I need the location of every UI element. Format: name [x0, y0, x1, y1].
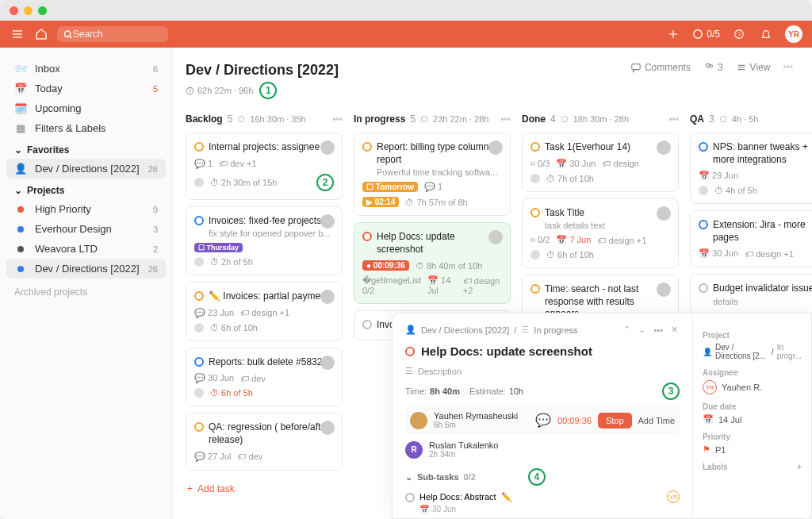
- breadcrumb-project[interactable]: Dev / Directions [2022]: [421, 325, 509, 335]
- task-card[interactable]: Invoices: fixed-fee projectsfix style fo…: [186, 206, 343, 276]
- task-card[interactable]: Internal projects: assignee💬 1🏷 dev +1⏱ …: [186, 133, 343, 200]
- task-card[interactable]: QA: regression ( before/after release)💬 …: [186, 413, 343, 470]
- help-icon[interactable]: ?: [731, 26, 747, 42]
- view-button[interactable]: View: [736, 62, 771, 73]
- task-card[interactable]: Extension: Jira - more pages📅 30 Jun🏷 de…: [690, 210, 812, 267]
- sidebar-project[interactable]: Dev / Directions [2022]26: [6, 259, 166, 279]
- svg-point-20: [720, 116, 726, 122]
- progress-indicator[interactable]: 0/5: [692, 29, 720, 40]
- archived-projects[interactable]: Archived projects: [6, 279, 166, 306]
- projects-header[interactable]: ⌄Projects: [6, 179, 166, 199]
- breadcrumb-column[interactable]: In progress: [534, 325, 577, 335]
- assignee-name: Yauhen Rymasheuski: [434, 411, 529, 421]
- search-icon: [63, 29, 73, 40]
- task-card[interactable]: NPS: banner tweaks + more integrations📅 …: [690, 133, 812, 204]
- search-input-wrap[interactable]: [57, 26, 168, 42]
- favorites-header[interactable]: ⌄Favorites: [6, 138, 166, 159]
- chevron-down-icon: ⌄: [14, 144, 22, 156]
- sidebar-project[interactable]: Weavora LTD2: [6, 239, 166, 259]
- estimate-label: Estimate:: [469, 386, 506, 396]
- assignee-name: Ruslan Tukalenko: [429, 440, 498, 450]
- home-icon[interactable]: [33, 26, 49, 42]
- next-task-icon[interactable]: ⌄: [637, 323, 647, 336]
- add-icon[interactable]: [665, 26, 681, 42]
- time-tracked-label: Time:: [405, 386, 427, 396]
- task-card[interactable]: ✏️ Invoices: partial payment💬 23 Jun🏷 de…: [186, 282, 343, 341]
- column-menu-icon[interactable]: •••: [500, 113, 511, 125]
- grid-icon: ▦: [14, 122, 27, 134]
- svg-text:?: ?: [737, 31, 741, 38]
- svg-point-7: [694, 30, 703, 39]
- task-card[interactable]: Report: billing type column reportPowerf…: [354, 133, 511, 216]
- add-time-button[interactable]: Add Time: [638, 416, 675, 425]
- task-card[interactable]: Reports: bulk delete #5832💬 30 Jun🏷 dev⏱…: [186, 348, 343, 407]
- prev-task-icon[interactable]: ⌃: [622, 323, 632, 336]
- assignee-field-label: Assignee: [703, 368, 802, 377]
- menu-icon[interactable]: [10, 26, 25, 42]
- minimize-window-dot[interactable]: [24, 6, 33, 15]
- task-card[interactable]: Task Titletask details text⌗ 0/2📅 7 Jun🏷…: [522, 198, 679, 269]
- user-avatar: [410, 412, 427, 429]
- add-label-icon[interactable]: +: [797, 463, 802, 471]
- sidebar-filters[interactable]: ▦Filters & Labels: [6, 118, 166, 138]
- close-panel-icon[interactable]: ✕: [669, 323, 680, 336]
- person-icon: 👤: [14, 163, 27, 175]
- priority-field-label: Priority: [703, 432, 802, 441]
- sidebar: 📨Inbox6 📅Today5 🗓️Upcoming ▦Filters & La…: [0, 48, 173, 519]
- task-card[interactable]: Help Docs: update screenshot● 00:09:36⏱ …: [354, 222, 511, 304]
- page-time-summary: 62h 22m · 96h 1: [186, 82, 339, 99]
- assignee-time: 2h 34m: [429, 450, 498, 459]
- inbox-icon: 📨: [14, 63, 27, 75]
- svg-point-12: [706, 63, 709, 67]
- subtask-ring[interactable]: [405, 493, 415, 502]
- svg-point-19: [561, 116, 568, 122]
- sidebar-today[interactable]: 📅Today5: [6, 79, 166, 98]
- clock-icon: [186, 86, 194, 95]
- favorite-project[interactable]: 👤Dev / Directions [2022]26: [6, 159, 166, 179]
- chevron-down-icon[interactable]: ⌄: [405, 472, 412, 482]
- close-window-dot[interactable]: [10, 6, 18, 15]
- column-menu-icon[interactable]: •••: [668, 113, 679, 125]
- person-icon: 👤: [405, 325, 416, 335]
- panel-task-title: Help Docs: update screenshot: [421, 344, 592, 358]
- annotation-3: 3: [662, 383, 680, 400]
- running-timer: 00:09:36: [557, 416, 592, 425]
- more-icon[interactable]: •••: [783, 62, 793, 73]
- svg-point-13: [710, 65, 713, 68]
- subtask-avatar: YR: [667, 490, 680, 503]
- comments-button[interactable]: Comments: [630, 62, 691, 73]
- column-menu-icon[interactable]: •••: [332, 113, 343, 125]
- svg-point-18: [421, 116, 427, 122]
- task-status-ring[interactable]: [405, 347, 415, 356]
- svg-point-17: [239, 116, 245, 122]
- time-tracked-value: 8h 40m: [430, 386, 460, 396]
- task-card[interactable]: Budget invalidator issuedetails: [690, 274, 812, 315]
- upcoming-icon: 🗓️: [14, 102, 27, 114]
- bell-icon[interactable]: [758, 26, 774, 42]
- people-button[interactable]: 3: [703, 62, 723, 73]
- content: Dev / Directions [2022] 62h 22m · 96h 1 …: [173, 48, 812, 519]
- subtasks-count: 0/2: [464, 472, 476, 482]
- sidebar-project[interactable]: Everhour Design3: [6, 219, 166, 239]
- sidebar-project[interactable]: High Priority9: [6, 199, 166, 219]
- sidebar-inbox[interactable]: 📨Inbox6: [6, 59, 166, 79]
- page-title: Dev / Directions [2022]: [186, 62, 339, 79]
- assignee-time: 6h 6m: [434, 421, 529, 429]
- panel-more-icon[interactable]: •••: [652, 324, 665, 336]
- clock-icon: [237, 115, 245, 123]
- add-task-button[interactable]: +Add task: [186, 477, 343, 501]
- svg-point-3: [64, 31, 70, 37]
- zoom-window-dot[interactable]: [38, 6, 47, 15]
- task-detail-panel: 👤 Dev / Directions [2022] / ☰ In progres…: [392, 313, 812, 519]
- window-chrome: [0, 0, 812, 21]
- stop-button[interactable]: Stop: [598, 413, 632, 429]
- duedate-field-label: Due date: [703, 402, 802, 411]
- subtask-title[interactable]: Help Docs: Abstract: [419, 492, 496, 502]
- project-field-label: Project: [703, 331, 802, 340]
- description-icon: ☰: [405, 366, 413, 376]
- task-card[interactable]: Task 1(Everhour 14)⌗ 0/3📅 30 Jun🏷 design…: [522, 133, 679, 192]
- estimate-value: 10h: [509, 386, 523, 396]
- user-avatar[interactable]: YR: [785, 25, 802, 43]
- sidebar-upcoming[interactable]: 🗓️Upcoming: [6, 98, 166, 118]
- search-input[interactable]: [73, 29, 162, 40]
